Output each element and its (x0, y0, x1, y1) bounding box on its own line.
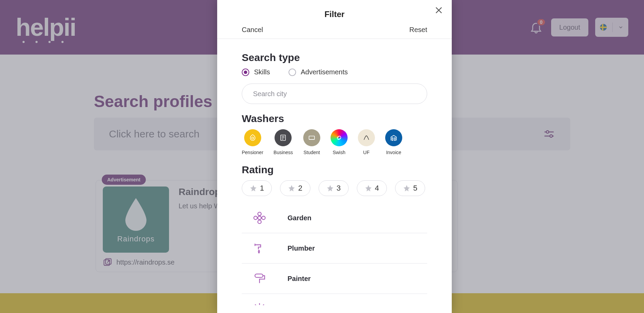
uf-icon (358, 129, 375, 146)
rating-value: 2 (298, 184, 302, 193)
category-label: Mounting (288, 305, 318, 305)
student-icon (303, 129, 320, 146)
svg-rect-18 (255, 274, 263, 278)
modal-title: Filter (217, 10, 452, 19)
washer-label: Invoice (386, 150, 401, 155)
category-garden[interactable]: Garden (242, 203, 427, 233)
washer-invoice[interactable]: Invoice (385, 129, 402, 155)
rating-value: 5 (413, 184, 417, 193)
invoice-icon (385, 129, 402, 146)
svg-rect-11 (392, 138, 393, 140)
category-label: Painter (288, 275, 311, 283)
modal-body: Search type Skills Advertisements Washer… (217, 39, 452, 313)
rating-value: 1 (260, 184, 264, 193)
close-icon[interactable] (434, 5, 444, 15)
search-type-heading: Search type (242, 52, 427, 63)
rating-row: 1 2 3 4 5 (242, 180, 427, 196)
svg-point-17 (262, 216, 265, 220)
cancel-button[interactable]: Cancel (242, 26, 263, 34)
washer-uf[interactable]: UF (358, 129, 375, 155)
search-type-skills[interactable]: Skills (242, 68, 270, 76)
star-icon (326, 184, 334, 192)
flower-icon (253, 211, 266, 225)
category-plumber[interactable]: Plumber (242, 233, 427, 264)
star-icon (250, 184, 257, 192)
svg-point-15 (258, 220, 261, 224)
washer-label: Business (274, 150, 293, 155)
washer-label: Student (304, 150, 320, 155)
washer-business[interactable]: Business (274, 129, 293, 155)
page-root: helpii 0 Logout Search profiles Clic (0, 0, 644, 313)
category-mounting[interactable]: Mounting (242, 294, 427, 305)
svg-rect-12 (394, 138, 395, 140)
svg-point-16 (254, 216, 257, 220)
svg-rect-10 (309, 136, 314, 139)
rating-1[interactable]: 1 (242, 180, 272, 196)
washer-label: Swish (333, 150, 345, 155)
washer-swish[interactable]: Swish (331, 129, 348, 155)
rating-value: 3 (337, 184, 341, 193)
washer-student[interactable]: Student (303, 129, 320, 155)
faucet-icon (253, 241, 266, 255)
category-list[interactable]: Garden Plumber (242, 203, 427, 305)
washer-pensioner[interactable]: Pensioner (242, 129, 263, 155)
svg-point-13 (258, 216, 261, 220)
washer-label: Pensioner (242, 150, 263, 155)
star-icon (365, 184, 372, 192)
category-label: Garden (288, 214, 311, 222)
rating-4[interactable]: 4 (357, 180, 387, 196)
washer-label: UF (363, 150, 370, 155)
svg-point-14 (258, 212, 261, 215)
filter-modal: Filter Cancel Reset Search type Skills A… (217, 0, 452, 313)
rating-heading: Rating (242, 164, 427, 176)
paint-roller-icon (253, 272, 266, 285)
washers-heading: Washers (242, 113, 427, 124)
search-type-group: Skills Advertisements (242, 68, 427, 76)
modal-header: Filter (217, 0, 452, 19)
rating-3[interactable]: 3 (319, 180, 349, 196)
star-icon (403, 184, 410, 192)
category-label: Plumber (288, 244, 315, 252)
pensioner-icon (244, 129, 261, 146)
washers-row: Pensioner Business Student (242, 129, 427, 155)
radio-icon (289, 69, 296, 76)
swish-icon (331, 129, 348, 146)
gear-icon (253, 302, 266, 305)
star-icon (288, 184, 295, 192)
rating-value: 4 (375, 184, 379, 193)
svg-point-8 (252, 137, 254, 139)
radio-icon (242, 69, 249, 76)
modal-actions: Cancel Reset (217, 19, 452, 39)
search-city-input[interactable] (242, 84, 427, 104)
rating-2[interactable]: 2 (280, 180, 310, 196)
category-painter[interactable]: Painter (242, 264, 427, 294)
radio-label: Advertisements (301, 68, 348, 76)
radio-label: Skills (254, 68, 270, 76)
business-icon (275, 129, 292, 146)
search-type-advertisements[interactable]: Advertisements (289, 68, 348, 76)
reset-button[interactable]: Reset (409, 26, 427, 34)
rating-5[interactable]: 5 (395, 180, 425, 196)
